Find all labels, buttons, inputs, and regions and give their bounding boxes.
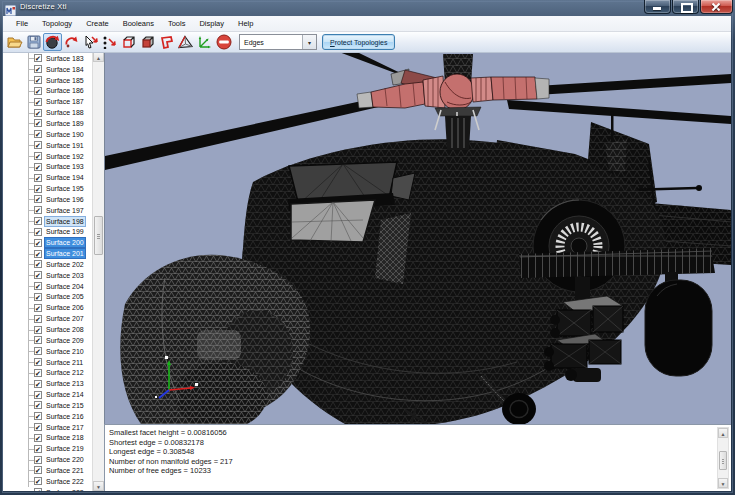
surface-checkbox[interactable]: ✔ <box>34 401 42 409</box>
scroll-down-icon[interactable]: ▼ <box>718 478 728 488</box>
surface-checkbox[interactable]: ✔ <box>34 391 42 399</box>
surface-list-item[interactable]: ✔Surface 184 <box>3 64 92 75</box>
menu-item-create[interactable]: Create <box>79 17 116 30</box>
surface-checkbox[interactable]: ✔ <box>34 163 42 171</box>
surface-list-item[interactable]: ✔Surface 194 <box>3 172 92 183</box>
surface-list-item[interactable]: ✔Surface 196 <box>3 194 92 205</box>
surface-list-item[interactable]: ✔Surface 214 <box>3 389 92 400</box>
surface-checkbox[interactable]: ✔ <box>34 456 42 464</box>
menu-item-booleans[interactable]: Booleans <box>116 17 161 30</box>
maximize-button[interactable] <box>672 0 699 14</box>
surface-list-item[interactable]: ✔Surface 210 <box>3 346 92 357</box>
surface-list-item[interactable]: ✔Surface 203 <box>3 270 92 281</box>
surface-checkbox[interactable]: ✔ <box>34 347 42 355</box>
surface-checkbox[interactable]: ✔ <box>34 282 42 290</box>
surface-checkbox[interactable]: ✔ <box>34 477 42 485</box>
surface-list-item[interactable]: ✔Surface 200 <box>3 237 92 248</box>
surface-list-item[interactable]: ✔Surface 223 <box>3 487 92 491</box>
scroll-thumb[interactable] <box>719 451 727 470</box>
surface-list-item[interactable]: ✔Surface 201 <box>3 248 92 259</box>
orbit-rotate-button[interactable] <box>43 33 62 51</box>
menu-item-display[interactable]: Display <box>192 17 231 30</box>
open-file-button[interactable] <box>5 33 24 51</box>
surface-checkbox[interactable]: ✔ <box>34 434 42 442</box>
surface-checkbox[interactable]: ✔ <box>34 412 42 420</box>
surface-list-item[interactable]: ✔Surface 190 <box>3 129 92 140</box>
surface-list-item[interactable]: ✔Surface 211 <box>3 357 92 368</box>
surface-checkbox[interactable]: ✔ <box>34 152 42 160</box>
protect-topologies-button[interactable]: Protect Topologies <box>322 34 395 50</box>
surface-list-item[interactable]: ✔Surface 220 <box>3 454 92 465</box>
surface-checkbox[interactable]: ✔ <box>34 174 42 182</box>
menu-item-tools[interactable]: Tools <box>161 17 193 30</box>
titlebar[interactable]: Discretize Xtl <box>0 0 735 16</box>
viewport-3d[interactable] <box>104 52 731 424</box>
surface-list-item[interactable]: ✔Surface 191 <box>3 140 92 151</box>
surface-checkbox[interactable]: ✔ <box>34 304 42 312</box>
surface-checkbox[interactable]: ✔ <box>34 141 42 149</box>
surface-checkbox[interactable]: ✔ <box>34 271 42 279</box>
surface-list-item[interactable]: ✔Surface 219 <box>3 443 92 454</box>
surface-list-item[interactable]: ✔Surface 202 <box>3 259 92 270</box>
surface-list-item[interactable]: ✔Surface 193 <box>3 161 92 172</box>
surface-checkbox[interactable]: ✔ <box>34 250 42 258</box>
surface-list-item[interactable]: ✔Surface 206 <box>3 302 92 313</box>
surface-checkbox[interactable]: ✔ <box>34 65 42 73</box>
surface-checkbox[interactable]: ✔ <box>34 130 42 138</box>
surface-list-item[interactable]: ✔Surface 222 <box>3 476 92 487</box>
surface-checkbox[interactable]: ✔ <box>34 76 42 84</box>
surface-list-item[interactable]: ✔Surface 221 <box>3 465 92 476</box>
surface-checkbox[interactable]: ✔ <box>34 326 42 334</box>
surface-list-item[interactable]: ✔Surface 216 <box>3 411 92 422</box>
surface-checkbox[interactable]: ✔ <box>34 119 42 127</box>
surface-list-item[interactable]: ✔Surface 217 <box>3 422 92 433</box>
surface-list-item[interactable]: ✔Surface 207 <box>3 313 92 324</box>
surface-checkbox[interactable]: ✔ <box>34 217 42 225</box>
scroll-up-icon[interactable]: ▲ <box>93 52 104 62</box>
surface-checkbox[interactable]: ✔ <box>34 293 42 301</box>
surface-list-item[interactable]: ✔Surface 197 <box>3 205 92 216</box>
surface-list-item[interactable]: ✔Surface 213 <box>3 378 92 389</box>
minimize-button[interactable] <box>644 0 671 14</box>
menu-item-help[interactable]: Help <box>231 17 260 30</box>
surface-checkbox[interactable]: ✔ <box>34 315 42 323</box>
surface-checkbox[interactable]: ✔ <box>34 54 42 62</box>
surface-checkbox[interactable]: ✔ <box>34 445 42 453</box>
menu-item-topology[interactable]: Topology <box>35 17 79 30</box>
surface-list-item[interactable]: ✔Surface 205 <box>3 292 92 303</box>
surface-checkbox[interactable]: ✔ <box>34 358 42 366</box>
tetrahedron-button[interactable] <box>176 33 195 51</box>
scroll-down-icon[interactable]: ▼ <box>93 481 104 491</box>
surface-list-item[interactable]: ✔Surface 189 <box>3 118 92 129</box>
status-scrollbar[interactable]: ▲ ▼ <box>717 427 729 489</box>
surface-checkbox[interactable]: ✔ <box>34 98 42 106</box>
surface-checkbox[interactable]: ✔ <box>34 185 42 193</box>
surface-list-item[interactable]: ✔Surface 192 <box>3 151 92 162</box>
surface-checkbox[interactable]: ✔ <box>34 336 42 344</box>
surface-list-item[interactable]: ✔Surface 185 <box>3 75 92 86</box>
surface-checkbox[interactable]: ✔ <box>34 380 42 388</box>
remove-prohibit-button[interactable] <box>214 33 233 51</box>
surface-checkbox[interactable]: ✔ <box>34 488 42 491</box>
surface-list-item[interactable]: ✔Surface 186 <box>3 86 92 97</box>
menu-item-file[interactable]: File <box>9 17 35 30</box>
scroll-up-icon[interactable]: ▲ <box>718 428 728 438</box>
face-edges-button[interactable] <box>157 33 176 51</box>
surface-checkbox[interactable]: ✔ <box>34 369 42 377</box>
surface-list-item[interactable]: ✔Surface 199 <box>3 227 92 238</box>
surface-list-item[interactable]: ✔Surface 198 <box>3 216 92 227</box>
surface-list-item[interactable]: ✔Surface 209 <box>3 335 92 346</box>
surface-checkbox[interactable]: ✔ <box>34 195 42 203</box>
select-vertices-button[interactable] <box>100 33 119 51</box>
surface-checkbox[interactable]: ✔ <box>34 206 42 214</box>
surface-list-item[interactable]: ✔Surface 204 <box>3 281 92 292</box>
select-entities-button[interactable] <box>81 33 100 51</box>
surface-checkbox[interactable]: ✔ <box>34 228 42 236</box>
surface-checkbox[interactable]: ✔ <box>34 87 42 95</box>
save-button[interactable] <box>24 33 43 51</box>
rotate-view-button[interactable] <box>62 33 81 51</box>
surface-checkbox[interactable]: ✔ <box>34 239 42 247</box>
wireframe-cube-button[interactable] <box>119 33 138 51</box>
surface-list-item[interactable]: ✔Surface 187 <box>3 96 92 107</box>
surface-list-item[interactable]: ✔Surface 208 <box>3 324 92 335</box>
